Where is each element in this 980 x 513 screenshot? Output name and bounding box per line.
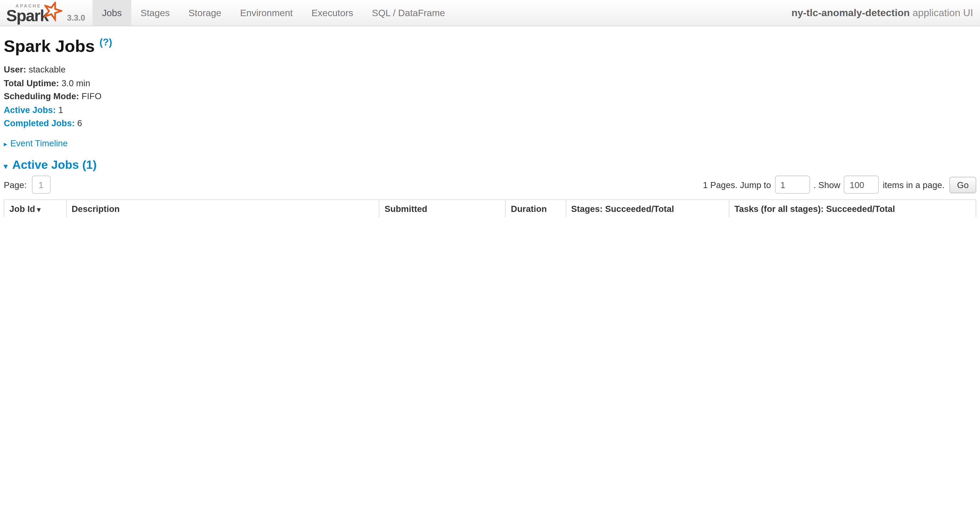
items-text: items in a page.: [883, 179, 945, 190]
nav-tab-environment[interactable]: Environment: [231, 0, 302, 25]
spark-ui-page: APACHE Spark 3.3.0 Jobs Stages Storage E…: [0, 0, 980, 217]
nav-tab-stages[interactable]: Stages: [131, 0, 179, 25]
page-label: Page:: [4, 179, 27, 190]
nav-tab-storage[interactable]: Storage: [179, 0, 231, 25]
event-timeline-toggle[interactable]: ▸Event Timeline: [4, 138, 976, 148]
sort-desc-icon: ▾: [37, 206, 40, 213]
show-count-input[interactable]: [844, 176, 879, 194]
col-tasks[interactable]: Tasks (for all stages): Succeeded/Total: [729, 200, 976, 217]
pagination-active-top: Page: 1 Pages. Jump to . Show items in a…: [4, 176, 976, 194]
page-title: Spark Jobs (?): [4, 37, 976, 56]
completed-jobs-link[interactable]: Completed Jobs:: [4, 118, 75, 128]
nav-tabs: Jobs Stages Storage Environment Executor…: [92, 0, 454, 25]
show-text: . Show: [813, 179, 840, 190]
col-duration[interactable]: Duration: [506, 200, 566, 217]
caret-right-icon: ▸: [4, 140, 7, 148]
spark-version: 3.3.0: [67, 13, 85, 22]
scheduling-mode-info: Scheduling Mode:FIFO: [4, 91, 976, 102]
col-job-id[interactable]: Job Id▾: [4, 200, 66, 217]
navbar: APACHE Spark 3.3.0 Jobs Stages Storage E…: [0, 0, 980, 26]
application-title: ny-tlc-anomaly-detection application UI: [791, 0, 973, 25]
help-link[interactable]: (?): [100, 37, 112, 48]
active-jobs-table: Job Id▾ Description Submitted Duration S…: [4, 199, 976, 217]
col-description[interactable]: Description: [66, 200, 379, 217]
nav-tab-sql-dataframe[interactable]: SQL / DataFrame: [363, 0, 454, 25]
col-submitted[interactable]: Submitted: [379, 200, 506, 217]
col-stages[interactable]: Stages: Succeeded/Total: [566, 200, 729, 217]
go-button[interactable]: Go: [950, 176, 976, 192]
active-jobs-header[interactable]: ▾ Active Jobs (1): [4, 158, 976, 172]
nav-tab-jobs[interactable]: Jobs: [92, 0, 131, 25]
caret-down-icon: ▾: [4, 162, 7, 171]
uptime-info: Total Uptime:3.0 min: [4, 78, 976, 88]
user-info: User:stackable: [4, 64, 976, 75]
spark-logo: APACHE Spark: [6, 4, 48, 24]
pages-text: 1 Pages. Jump to: [703, 179, 771, 190]
table-header-row: Job Id▾ Description Submitted Duration S…: [4, 200, 976, 217]
jump-to-input[interactable]: [775, 176, 810, 194]
application-name: ny-tlc-anomaly-detection: [791, 7, 910, 19]
active-jobs-count: Active Jobs:1: [4, 105, 976, 115]
active-jobs-link[interactable]: Active Jobs:: [4, 105, 56, 115]
nav-tab-executors[interactable]: Executors: [302, 0, 362, 25]
completed-jobs-count: Completed Jobs:6: [4, 118, 976, 129]
page-number-input[interactable]: [32, 176, 50, 194]
summary-info: User:stackable Total Uptime:3.0 min Sche…: [4, 64, 976, 129]
spark-brand[interactable]: APACHE Spark 3.3.0: [0, 0, 89, 25]
